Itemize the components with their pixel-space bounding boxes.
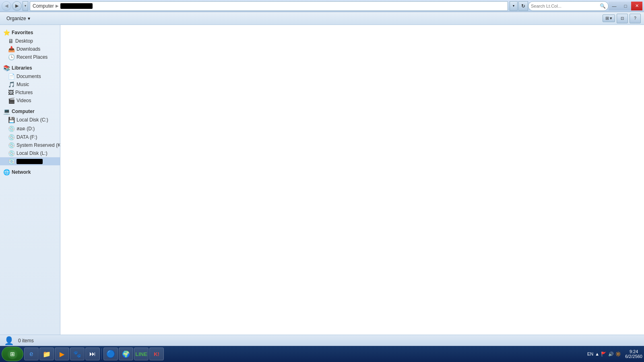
sidebar-item-recent-places[interactable]: 🕒 Recent Places xyxy=(0,53,60,61)
clock-time: 9:24 xyxy=(625,349,642,354)
sidebar-item-pictures[interactable]: 🖼 Pictures xyxy=(0,88,60,97)
sidebar-item-selected-drive[interactable]: 💿 xyxy=(0,157,60,165)
window-controls: — □ ✕ xyxy=(609,2,642,10)
sidebar-item-videos-label: Videos xyxy=(17,98,31,103)
sidebar-item-recent-places-label: Recent Places xyxy=(17,54,47,60)
close-button[interactable]: ✕ xyxy=(631,2,642,10)
taskbar-divider xyxy=(101,348,102,360)
organize-dropdown-icon: ▾ xyxy=(28,16,30,21)
taskbar-media-button[interactable]: ▶ xyxy=(55,348,69,360)
address-dropdown-btn[interactable]: ▾ xyxy=(510,1,518,11)
sidebar-item-local-l[interactable]: 💿 Local Disk (L:) xyxy=(0,149,60,157)
network-header[interactable]: 🌐 Network xyxy=(0,168,60,177)
minimize-button[interactable]: — xyxy=(609,2,620,10)
start-button-orb: ⊞ xyxy=(7,349,18,359)
local-c-icon: 💾 xyxy=(8,117,15,123)
breadcrumb: Computer ▶ xyxy=(33,3,93,9)
explorer-icon: 📁 xyxy=(43,350,51,358)
windows-logo-icon: ⊞ xyxy=(10,351,15,357)
status-computer-icon: 👤 xyxy=(4,336,14,346)
taskbar-network2-button[interactable]: 🌍 xyxy=(119,348,133,360)
start-button[interactable]: ⊞ xyxy=(2,347,23,361)
breadcrumb-redacted xyxy=(60,3,93,9)
back-button[interactable]: ◀ xyxy=(2,1,11,11)
taskbar-app-button[interactable]: K! xyxy=(149,348,164,360)
organize-label: Organize xyxy=(6,16,26,21)
taskbar: ⊞ e 📁 ▶ 🐾 ⏭ 🔵 🌍 LINE K! EN ▲ 🚩 🔊 🔆 xyxy=(0,346,644,362)
taskbar-right: EN ▲ 🚩 🔊 🔆 9:24 6/2/2560 xyxy=(585,349,642,359)
sidebar-item-data-f[interactable]: 💿 DATA (F:) xyxy=(0,133,60,141)
computer-header[interactable]: 💻 Computer xyxy=(0,107,60,116)
organize-button[interactable]: Organize ▾ xyxy=(3,14,33,23)
sidebar-item-desktop-label: Desktop xyxy=(15,38,33,44)
taskbar-line-button[interactable]: LINE xyxy=(134,348,149,360)
sidebar-item-d-drive-label: สอด (D:) xyxy=(17,125,35,132)
sidebar-item-desktop[interactable]: 🖥 Desktop xyxy=(0,37,60,45)
nav-buttons: ◀ ▶ ▾ xyxy=(2,1,28,11)
libraries-header[interactable]: 📚 Libraries xyxy=(0,64,60,72)
network2-icon: 🌍 xyxy=(122,350,130,358)
main-area: ⭐ Favorites 🖥 Desktop 📥 Downloads 🕒 Rece… xyxy=(0,25,644,335)
desktop-icon: 🖥 xyxy=(8,38,14,44)
lang-indicator: EN xyxy=(587,352,593,356)
d-drive-icon: 💿 xyxy=(8,125,15,132)
sidebar-item-music[interactable]: 🎵 Music xyxy=(0,80,60,88)
systray: EN ▲ 🚩 🔊 🔆 xyxy=(585,352,623,357)
refresh-button[interactable]: ↻ xyxy=(518,1,528,11)
preview-pane-button[interactable]: ⊡ xyxy=(617,14,628,23)
sidebar-item-music-label: Music xyxy=(17,82,29,87)
sidebar-item-local-c-label: Local Disk (C:) xyxy=(17,117,48,123)
media2-icon: ⏭ xyxy=(89,350,96,358)
music-icon: 🎵 xyxy=(8,81,15,88)
local-l-icon: 💿 xyxy=(8,150,15,156)
libraries-label: Libraries xyxy=(12,65,32,71)
favorites-header[interactable]: ⭐ Favorites xyxy=(0,28,60,37)
view-icon: ⊞ xyxy=(605,16,609,21)
sidebar-item-system-k[interactable]: 💿 System Reserved (K: xyxy=(0,141,60,149)
sidebar-item-videos[interactable]: 🎬 Videos xyxy=(0,97,60,105)
recent-places-icon: 🕒 xyxy=(8,54,15,60)
line-icon: LINE xyxy=(135,351,147,357)
computer-section: 💻 Computer 💾 Local Disk (C:) 💿 สอด (D:) … xyxy=(0,107,60,165)
search-bar[interactable]: 🔍 xyxy=(528,1,609,11)
forward-button[interactable]: ▶ xyxy=(12,1,22,11)
taskbar-clock[interactable]: 9:24 6/2/2560 xyxy=(625,349,642,359)
nav-dropdown[interactable]: ▾ xyxy=(23,1,28,11)
sidebar-item-system-k-label: System Reserved (K: xyxy=(17,142,60,148)
sidebar-item-d-drive[interactable]: 💿 สอด (D:) xyxy=(0,124,60,133)
taskbar-ie-button[interactable]: e xyxy=(24,348,39,360)
favorites-icon: ⭐ xyxy=(3,29,10,36)
breadcrumb-computer[interactable]: Computer xyxy=(33,3,54,9)
favorites-section: ⭐ Favorites 🖥 Desktop 📥 Downloads 🕒 Rece… xyxy=(0,28,60,61)
flag-icon: 🚩 xyxy=(601,352,607,357)
favorites-label: Favorites xyxy=(12,30,33,35)
toolbar: Organize ▾ ⊞ ▾ ⊡ ? xyxy=(0,12,644,25)
selected-drive-icon: 💿 xyxy=(8,158,15,165)
network-label: Network xyxy=(12,169,31,175)
taskbar-media2-button[interactable]: ⏭ xyxy=(85,348,100,360)
search-input[interactable] xyxy=(531,4,598,8)
taskbar-chrome-button[interactable]: 🔵 xyxy=(103,348,118,360)
speaker-icon[interactable]: 🔊 xyxy=(608,352,614,357)
help-button[interactable]: ? xyxy=(630,14,641,23)
sidebar-item-downloads[interactable]: 📥 Downloads xyxy=(0,45,60,53)
taskbar-antivirus-button[interactable]: 🐾 xyxy=(70,348,85,360)
pictures-icon: 🖼 xyxy=(8,89,14,96)
view-toggle-button[interactable]: ⊞ ▾ xyxy=(603,14,615,22)
status-bar: 👤 0 items xyxy=(0,335,644,346)
media-icon: ▶ xyxy=(60,350,64,358)
sidebar: ⭐ Favorites 🖥 Desktop 📥 Downloads 🕒 Rece… xyxy=(0,25,60,335)
documents-icon: 📄 xyxy=(8,73,15,80)
sidebar-item-documents[interactable]: 📄 Documents xyxy=(0,72,60,80)
network-section: 🌐 Network xyxy=(0,168,60,177)
clock-icon: 🔆 xyxy=(615,352,621,357)
content-pane[interactable] xyxy=(60,25,644,335)
maximize-button[interactable]: □ xyxy=(620,2,631,10)
network-icon: 🌐 xyxy=(3,169,10,175)
address-bar: Computer ▶ xyxy=(30,1,508,11)
sidebar-item-local-c[interactable]: 💾 Local Disk (C:) xyxy=(0,116,60,124)
computer-icon: 💻 xyxy=(3,108,10,115)
up-arrow-icon[interactable]: ▲ xyxy=(595,352,599,356)
taskbar-explorer-button[interactable]: 📁 xyxy=(39,348,54,360)
system-k-icon: 💿 xyxy=(8,142,15,148)
